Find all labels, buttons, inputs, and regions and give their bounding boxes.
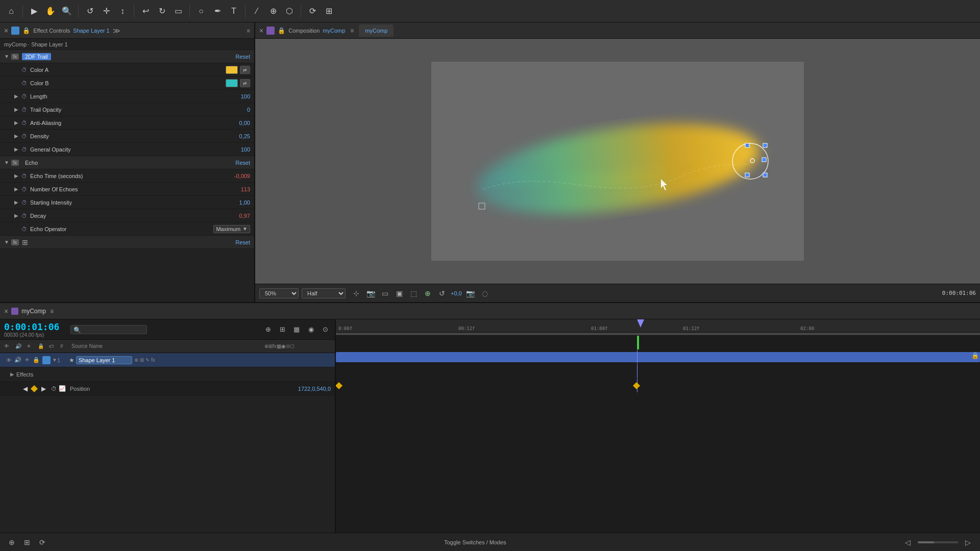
reset-btn-2dft[interactable]: Reset [235,54,250,60]
keyframe-start[interactable] [336,382,342,389]
property-row-trail-opacity[interactable]: ▶ ⏱ Trail Opacity 0 [0,103,254,116]
value-general-opacity[interactable]: 100 [241,146,250,153]
layer-bar[interactable] [336,352,980,362]
value-trail-opacity[interactable]: 0 [247,107,250,113]
toggle-guides-btn[interactable]: ⊹ [351,288,362,299]
text-tool[interactable]: T [227,4,241,18]
tl-graph-btn[interactable]: ▦ [291,324,302,335]
stopwatch-anti-aliasing[interactable]: ⏱ [21,120,27,126]
redo-btn[interactable]: ↻ [155,4,169,18]
quality-dropdown[interactable]: Half Full Quarter [302,288,346,298]
view-options-btn[interactable]: ◌ [479,288,491,299]
3d-view-btn[interactable]: ⬚ [408,288,419,299]
wiggle-btn[interactable]: ⟳ [37,537,48,548]
select-tool[interactable]: ▶ [27,4,41,18]
track-row-layer-bar[interactable]: 🔒 [336,350,980,364]
color-swatch-a[interactable] [226,66,238,74]
layer-name-input[interactable] [76,356,132,364]
home-button[interactable]: ⌂ [4,4,18,18]
layer-star-btn[interactable]: ★ [69,357,75,364]
pin-tool[interactable]: ⊞ [322,4,336,18]
layer-row-1[interactable]: 👁 🔊 ☀ 🔒 ▼ 1 ★ ⊕ ⊞ ✎ fx [0,353,335,367]
snapshot-btn[interactable]: 📷 [365,288,376,299]
layer-color-label[interactable] [42,356,51,364]
property-row-start-intensity[interactable]: ▶ ⏱ Starting Intensity 1,00 [0,196,254,209]
color-swap-b[interactable]: ⇄ [240,79,250,87]
stamp-tool[interactable]: ⬡ [282,4,297,18]
stopwatch-echo-time[interactable]: ⏱ [21,173,27,179]
composition-viewport[interactable] [255,39,980,284]
layer-fx-mode-icon[interactable]: ⊞ [140,357,144,363]
pen-tool[interactable]: ✒ [210,4,225,18]
property-row-echo-operator[interactable]: ⏱ Echo Operator Maximum ▼ [0,222,254,236]
stopwatch-length[interactable]: ⏱ [21,93,27,99]
comp-menu-icon[interactable]: ≡ [350,27,354,34]
rotate-tool[interactable]: ↺ [83,4,97,18]
property-row-num-echoes[interactable]: ▶ ⏱ Number Of Echoes 113 [0,183,254,196]
property-row-density[interactable]: ▶ ⏱ Density 0,25 [0,130,254,143]
position-stopwatch-icon[interactable]: ⏱ [51,386,57,392]
property-row-color-a[interactable]: ⏱ Color A ⇄ [0,63,254,77]
zoom-slider[interactable] [918,541,959,543]
echo-operator-dropdown[interactable]: Maximum ▼ [213,225,250,233]
zoom-tool[interactable]: 🔍 [60,4,74,18]
layer-fx-transform-icon[interactable]: ⊕ [134,357,138,363]
value-decay[interactable]: 0,97 [239,213,250,219]
tl-comp-btn[interactable]: ⊕ [262,324,274,335]
pos-prev-keyframe-btn[interactable]: ◀ [20,384,30,393]
layer-visibility-btn[interactable]: 👁 [4,356,13,365]
value-echo-time[interactable]: -0,009 [234,173,250,179]
stopwatch-decay[interactable]: ⏱ [21,213,27,219]
comp-tab[interactable]: myComp [359,24,394,37]
property-row-length[interactable]: ▶ ⏱ Length 100 [0,90,254,103]
stopwatch-trail-opacity[interactable]: ⏱ [21,107,27,113]
property-row-decay[interactable]: ▶ ⏱ Decay 0,97 [0,209,254,222]
stopwatch-general-opacity[interactable]: ⏱ [21,146,27,153]
puppet-tool[interactable]: ⟳ [305,4,320,18]
property-row-color-b[interactable]: ⏱ Color B ⇄ [0,77,254,90]
pos-keyframe-diamond[interactable] [31,385,38,392]
pos-next-keyframe-btn[interactable]: ▶ [39,384,48,393]
zoom-dropdown[interactable]: 50% 100% 25% [259,288,299,298]
undo-btn[interactable]: ↩ [138,4,153,18]
keyframe-end[interactable] [633,382,640,389]
stopwatch-color-b[interactable]: ⏱ [21,80,27,86]
color-swap-a[interactable]: ⇄ [240,66,250,74]
layer-position-row[interactable]: ◀ ▶ ⏱ 📈 Position 1722,0,540,0 [0,382,335,396]
camera-btn[interactable]: 📷 [465,288,476,299]
reset-btn-3[interactable]: Reset [235,239,250,245]
refresh-btn[interactable]: ↺ [436,288,448,299]
tl-mask-btn[interactable]: ◉ [305,324,316,335]
layer-audio-btn[interactable]: 🔊 [13,356,22,365]
show-snapshot-btn[interactable]: ▭ [379,288,390,299]
stopwatch-num-echoes[interactable]: ⏱ [21,186,27,192]
layer-fx-edit-icon[interactable]: ✎ [145,357,150,363]
property-row-echo-time[interactable]: ▶ ⏱ Echo Time (seconds) -0,009 [0,169,254,183]
value-anti-aliasing[interactable]: 0,00 [239,120,250,126]
value-num-echoes[interactable]: 113 [241,186,250,192]
new-comp-btn[interactable]: ⊕ [6,537,17,548]
layer-lock-btn[interactable]: 🔒 [32,356,41,365]
layer-expand-arrow[interactable]: ▼ [52,357,57,363]
hand-tool[interactable]: ✋ [43,4,58,18]
effect-echo-header[interactable]: ▼ fx Echo Reset [0,156,254,169]
toggle-switches-label[interactable]: Toggle Switches / Modes [444,539,506,545]
stopwatch-color-a[interactable]: ⏱ [21,67,27,73]
close-btn[interactable]: × [4,27,8,35]
position-value[interactable]: 1722,0,540,0 [298,386,331,392]
lock-icon[interactable]: 🔒 [22,27,30,34]
tl-motion-blur-btn[interactable]: ⊙ [320,324,331,335]
effect-3-header[interactable]: ▼ fx ⊞ Reset [0,236,254,249]
position-graph-icon[interactable]: 📈 [59,385,66,392]
layer-fx-icon[interactable]: fx [151,357,155,363]
comp-lock-icon[interactable]: 🔒 [278,27,285,34]
value-density[interactable]: 0,25 [239,133,250,139]
stopwatch-density[interactable]: ⏱ [21,133,27,139]
tl-close-btn[interactable]: × [4,307,8,315]
stopwatch-echo-operator[interactable]: ⏱ [21,226,27,232]
tl-menu-icon[interactable]: ≡ [50,308,54,315]
expand-btn[interactable]: ≫ [113,27,120,35]
menu-icon[interactable]: ≡ [247,28,250,34]
ellipse-tool[interactable]: ○ [194,4,208,18]
layer-effects-row[interactable]: ▶ Effects [0,367,335,382]
